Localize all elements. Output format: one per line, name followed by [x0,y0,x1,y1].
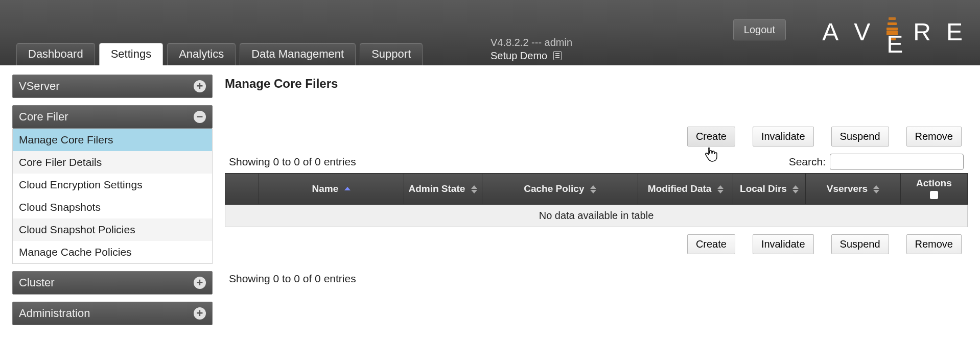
entries-text-bottom: Showing 0 to 0 of 0 entries [225,273,968,285]
col-name[interactable]: Name [259,174,404,205]
sidebar-section-cluster: Cluster + [12,271,213,295]
sidebar-section-corefiler: Core Filer − Manage Core Filers Core Fil… [12,105,213,264]
invalidate-button-top[interactable]: Invalidate [753,127,814,146]
col-local-dirs[interactable]: Local Dirs [733,174,806,205]
logo-letter-e-bars-icon: E [885,17,899,46]
col-blank[interactable] [225,174,259,205]
col-modified-data-label: Modified Data [648,183,712,194]
sidebar-item-manage-cache-policies[interactable]: Manage Cache Policies [13,241,212,263]
tab-support[interactable]: Support [360,43,423,65]
suspend-button-bottom[interactable]: Suspend [831,234,889,254]
logo-letter-r: R [913,18,932,46]
sort-asc-icon [344,187,351,191]
header-meta: V4.8.2.2 --- admin Setup Demo [491,36,572,62]
col-cache-policy-label: Cache Policy [524,183,584,194]
sidebar-item-core-filer-details[interactable]: Core Filer Details [13,151,212,174]
sidebar-item-cloud-encryption[interactable]: Cloud Encryption Settings [13,174,212,196]
suspend-button-top[interactable]: Suspend [831,127,889,146]
logout-button[interactable]: Logout [733,19,786,40]
sidebar-item-cloud-snapshots[interactable]: Cloud Snapshots [13,196,212,218]
sidebar-section-administration: Administration + [12,302,213,325]
sidebar-head-administration[interactable]: Administration + [12,302,213,325]
document-icon[interactable] [553,51,562,60]
select-all-checkbox[interactable] [930,191,938,199]
sidebar-head-vserver[interactable]: VServer + [12,75,213,98]
tab-data-management[interactable]: Data Management [240,43,356,65]
sidebar-head-corefiler[interactable]: Core Filer − [12,105,213,129]
logo-letter-v: V [854,18,871,46]
col-cache-policy[interactable]: Cache Policy [482,174,638,205]
main-panel: Manage Core Filers Create Invalidate Sus… [225,75,968,332]
sort-icon [873,185,879,193]
col-admin-state-label: Admin State [408,183,465,194]
remove-button-bottom[interactable]: Remove [906,234,962,254]
sidebar-label-corefiler: Core Filer [19,110,68,124]
sidebar-head-cluster[interactable]: Cluster + [12,271,213,295]
page-title: Manage Core Filers [225,77,968,91]
col-actions[interactable]: Actions [900,174,967,205]
version-text: V4.8.2.2 --- admin [491,36,572,49]
sidebar-label-administration: Administration [19,307,90,320]
remove-button-top[interactable]: Remove [906,127,962,146]
col-local-dirs-label: Local Dirs [740,183,787,194]
avere-logo: A V E R E [822,17,964,46]
col-modified-data[interactable]: Modified Data [638,174,733,205]
sort-icon [792,185,799,193]
tab-analytics[interactable]: Analytics [167,43,236,65]
sidebar-label-cluster: Cluster [19,276,55,289]
create-button-top[interactable]: Create [687,127,735,146]
core-filers-table: Name Admin State Cache Policy Modified D… [225,173,968,227]
empty-table-message: No data available in table [225,205,968,227]
sort-icon [717,185,724,193]
col-actions-label: Actions [916,178,952,188]
sidebar-label-vserver: VServer [19,80,59,93]
col-admin-state[interactable]: Admin State [404,174,482,205]
col-vservers[interactable]: Vservers [806,174,901,205]
topbar: Logout A V E R E Dashboard Settings Anal… [0,0,980,65]
sidebar-item-snapshot-policies[interactable]: Cloud Snapshot Policies [13,218,212,241]
sort-icon [590,185,596,193]
expand-icon: + [194,307,206,320]
sidebar-section-vserver: VServer + [12,75,213,98]
sidebar: VServer + Core Filer − Manage Core Filer… [12,75,213,332]
expand-icon: + [194,277,206,289]
search-label: Search: [789,156,826,168]
sort-icon [471,185,477,193]
setup-demo-text: Setup Demo [491,50,547,61]
invalidate-button-bottom[interactable]: Invalidate [753,234,814,254]
tab-dashboard[interactable]: Dashboard [16,43,95,65]
col-vservers-label: Vservers [827,183,868,194]
sidebar-item-manage-core-filers[interactable]: Manage Core Filers [13,129,212,151]
main-nav-tabs: Dashboard Settings Analytics Data Manage… [16,43,423,65]
logo-letter-a: A [822,18,839,46]
expand-icon: + [194,80,206,92]
logo-letter-e2: E [946,18,964,46]
col-name-label: Name [312,183,339,194]
entries-text-top: Showing 0 to 0 of 0 entries [229,156,356,168]
tab-settings[interactable]: Settings [99,43,164,65]
create-button-bottom[interactable]: Create [687,234,735,254]
search-input[interactable] [830,154,964,170]
collapse-icon: − [194,111,206,123]
